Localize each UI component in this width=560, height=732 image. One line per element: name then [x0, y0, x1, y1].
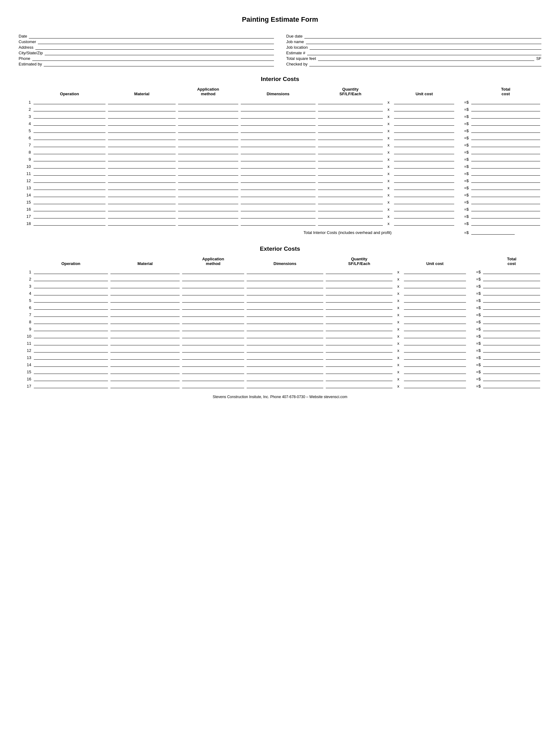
int-mat-7[interactable] [107, 141, 177, 149]
int-total-10[interactable] [470, 163, 541, 170]
int-dim-15[interactable] [240, 199, 317, 206]
ext-mat-11[interactable] [109, 340, 181, 347]
address-input[interactable] [35, 44, 274, 50]
int-app-6[interactable] [177, 134, 240, 141]
int-qty-7[interactable] [317, 141, 384, 149]
int-op-13[interactable] [32, 184, 107, 191]
ext-qty-17[interactable] [325, 383, 394, 390]
ext-op-6[interactable] [33, 304, 109, 311]
ext-qty-1[interactable] [325, 268, 394, 276]
int-qty-1[interactable] [317, 99, 384, 106]
ext-mat-5[interactable] [109, 297, 181, 304]
estimatedby-input[interactable] [44, 61, 274, 66]
int-op-8[interactable] [32, 149, 107, 156]
int-op-11[interactable] [32, 170, 107, 177]
int-mat-13[interactable] [107, 184, 177, 191]
ext-total-2[interactable] [482, 276, 541, 283]
ext-op-16[interactable] [33, 375, 109, 383]
int-app-2[interactable] [177, 106, 240, 113]
ext-app-10[interactable] [181, 333, 245, 340]
ext-dim-9[interactable] [245, 326, 325, 333]
ext-total-3[interactable] [482, 283, 541, 290]
ext-qty-16[interactable] [325, 375, 394, 383]
int-dim-13[interactable] [240, 184, 317, 191]
int-op-9[interactable] [32, 156, 107, 163]
int-dim-11[interactable] [240, 170, 317, 177]
ext-app-8[interactable] [181, 318, 245, 326]
ext-total-6[interactable] [482, 304, 541, 311]
int-op-7[interactable] [32, 141, 107, 149]
ext-total-17[interactable] [482, 383, 541, 390]
int-dim-7[interactable] [240, 141, 317, 149]
ext-total-14[interactable] [482, 361, 541, 368]
int-dim-4[interactable] [240, 120, 317, 127]
ext-app-16[interactable] [181, 375, 245, 383]
int-total-14[interactable] [470, 191, 541, 199]
int-qty-3[interactable] [317, 113, 384, 120]
int-unit-5[interactable] [393, 127, 455, 134]
ext-dim-5[interactable] [245, 297, 325, 304]
ext-unit-1[interactable] [403, 268, 467, 276]
int-dim-9[interactable] [240, 156, 317, 163]
ext-qty-13[interactable] [325, 354, 394, 361]
ext-unit-11[interactable] [403, 340, 467, 347]
ext-total-4[interactable] [482, 290, 541, 297]
int-mat-18[interactable] [107, 220, 177, 227]
ext-unit-7[interactable] [403, 311, 467, 318]
ext-total-12[interactable] [482, 347, 541, 354]
int-unit-14[interactable] [393, 191, 455, 199]
int-op-1[interactable] [32, 99, 107, 106]
int-app-18[interactable] [177, 220, 240, 227]
int-total-18[interactable] [470, 220, 541, 227]
int-dim-3[interactable] [240, 113, 317, 120]
int-total-17[interactable] [470, 213, 541, 220]
int-unit-17[interactable] [393, 213, 455, 220]
customer-input[interactable] [38, 38, 274, 44]
int-op-16[interactable] [32, 206, 107, 213]
int-qty-14[interactable] [317, 191, 384, 199]
ext-op-17[interactable] [33, 383, 109, 390]
ext-unit-8[interactable] [403, 318, 467, 326]
ext-mat-15[interactable] [109, 368, 181, 375]
int-app-13[interactable] [177, 184, 240, 191]
int-unit-8[interactable] [393, 149, 455, 156]
ext-dim-12[interactable] [245, 347, 325, 354]
ext-dim-4[interactable] [245, 290, 325, 297]
ext-unit-3[interactable] [403, 283, 467, 290]
date-input[interactable] [29, 33, 274, 38]
ext-qty-2[interactable] [325, 276, 394, 283]
int-total-8[interactable] [470, 149, 541, 156]
ext-qty-4[interactable] [325, 290, 394, 297]
int-total-4[interactable] [470, 120, 541, 127]
ext-op-8[interactable] [33, 318, 109, 326]
int-total-11[interactable] [470, 170, 541, 177]
ext-mat-12[interactable] [109, 347, 181, 354]
ext-app-1[interactable] [181, 268, 245, 276]
int-dim-16[interactable] [240, 206, 317, 213]
int-unit-7[interactable] [393, 141, 455, 149]
ext-qty-6[interactable] [325, 304, 394, 311]
ext-app-12[interactable] [181, 347, 245, 354]
ext-total-7[interactable] [482, 311, 541, 318]
int-dim-14[interactable] [240, 191, 317, 199]
ext-total-5[interactable] [482, 297, 541, 304]
ext-app-17[interactable] [181, 383, 245, 390]
int-mat-1[interactable] [107, 99, 177, 106]
int-mat-5[interactable] [107, 127, 177, 134]
int-qty-11[interactable] [317, 170, 384, 177]
ext-mat-16[interactable] [109, 375, 181, 383]
ext-mat-2[interactable] [109, 276, 181, 283]
phone-input[interactable] [32, 55, 274, 61]
int-app-16[interactable] [177, 206, 240, 213]
int-unit-3[interactable] [393, 113, 455, 120]
ext-op-5[interactable] [33, 297, 109, 304]
int-dim-12[interactable] [240, 177, 317, 184]
int-qty-15[interactable] [317, 199, 384, 206]
jobname-input[interactable] [306, 38, 541, 44]
int-app-10[interactable] [177, 163, 240, 170]
int-dim-2[interactable] [240, 106, 317, 113]
ext-op-14[interactable] [33, 361, 109, 368]
ext-qty-7[interactable] [325, 311, 394, 318]
totalsqft-input[interactable] [318, 55, 535, 61]
int-mat-8[interactable] [107, 149, 177, 156]
